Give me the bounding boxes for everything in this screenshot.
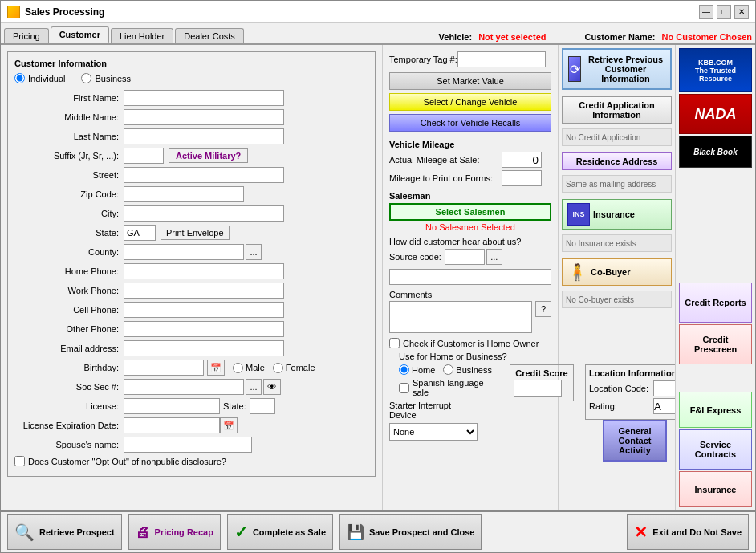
pricing-recap-button[interactable]: 🖨 Pricing Recap <box>128 514 221 550</box>
blackbook-button[interactable]: Black Book <box>679 136 752 168</box>
street-input[interactable] <box>124 167 284 183</box>
opt-out-row: Does Customer "Opt Out" of nonpublic dis… <box>14 456 368 466</box>
select-change-vehicle-button[interactable]: Select / Change Vehicle <box>389 93 551 111</box>
credit-score-input[interactable] <box>514 380 562 397</box>
birthday-calendar-button[interactable]: 📅 <box>207 360 225 376</box>
soc-sec-input[interactable] <box>124 379 244 395</box>
soc-sec-ellipsis-button[interactable]: ... <box>246 379 262 395</box>
service-contracts-button[interactable]: Service Contracts <box>679 429 752 470</box>
opt-out-label: Does Customer "Opt Out" of nonpublic dis… <box>28 457 226 466</box>
credit-prescreen-button[interactable]: Credit Prescreen <box>679 324 752 364</box>
soc-sec-eye-button[interactable]: 👁 <box>263 379 281 395</box>
minimize-button[interactable]: — <box>699 5 713 19</box>
license-label: License: <box>14 401 119 411</box>
female-option[interactable]: Female <box>273 363 315 373</box>
actual-mileage-label: Actual Mileage at Sale: <box>389 155 502 165</box>
spanish-checkbox[interactable] <box>399 383 409 393</box>
comments-textarea[interactable] <box>389 301 532 333</box>
actual-mileage-input[interactable]: 0 <box>502 152 542 168</box>
home-radio[interactable]: Home <box>399 364 435 375</box>
kbb-button[interactable]: KBB.COMThe TrustedResource <box>679 48 752 92</box>
tab-pricing[interactable]: Pricing <box>4 28 49 43</box>
complete-as-sale-button[interactable]: ✓ Complete as Sale <box>227 514 333 550</box>
suffix-input[interactable] <box>124 148 164 164</box>
license-input[interactable] <box>124 398 220 414</box>
temp-tag-input[interactable] <box>457 51 546 67</box>
first-name-input[interactable] <box>124 90 284 106</box>
credit-application-button[interactable]: Credit Application Information <box>562 96 672 124</box>
spanish-row: Spanish-language sale <box>399 378 492 397</box>
source-code-ellipsis-button[interactable]: ... <box>486 249 502 265</box>
other-phone-label: Other Phone: <box>14 324 119 334</box>
retrieve-icon: ⟳ <box>568 56 581 82</box>
tab-dealer-costs[interactable]: Dealer Costs <box>175 28 244 43</box>
birthday-label: Birthday: <box>14 363 119 372</box>
cell-phone-row: Cell Phone: <box>14 302 368 318</box>
state-input[interactable] <box>124 225 156 241</box>
email-row: Email address: <box>14 340 368 356</box>
source-text-input[interactable] <box>389 269 551 285</box>
cell-phone-input[interactable] <box>124 302 284 318</box>
cobuyer-text: Co-Buyer <box>591 267 631 277</box>
home-owner-label: Check if Customer is Home Owner <box>403 339 539 348</box>
right-info-panel: ⟳ Retrieve Previous Customer Information… <box>559 45 675 510</box>
license-state-input[interactable] <box>250 398 275 414</box>
city-label: City: <box>14 209 119 218</box>
other-phone-input[interactable] <box>124 321 284 337</box>
birthday-input[interactable] <box>124 360 204 376</box>
home-phone-input[interactable] <box>124 263 284 279</box>
title-bar-left: Sales Processing <box>7 6 104 18</box>
vehicle-mileage-title: Vehicle Mileage <box>389 140 551 149</box>
check-vehicle-recalls-button[interactable]: Check for Vehicle Recalls <box>389 114 551 132</box>
business-radio[interactable]: Business <box>81 73 131 83</box>
fni-express-button[interactable]: F&I Express <box>679 392 752 428</box>
residence-address-button[interactable]: Residence Address <box>562 152 672 170</box>
spouse-input[interactable] <box>124 437 252 453</box>
comments-help-button[interactable]: ? <box>535 301 551 317</box>
credit-reports-button[interactable]: Credit Reports <box>679 283 752 323</box>
opt-out-checkbox[interactable] <box>14 456 25 466</box>
street-row: Street: <box>14 167 368 183</box>
cobuyer-icon: 🧍 <box>567 262 587 282</box>
last-name-input[interactable] <box>124 128 284 144</box>
individual-radio[interactable]: Individual <box>14 73 65 83</box>
city-row: City: <box>14 205 368 222</box>
maximize-button[interactable]: □ <box>717 5 731 19</box>
close-button[interactable]: ✕ <box>734 5 749 19</box>
license-exp-input[interactable] <box>124 417 220 433</box>
print-envelope-button[interactable]: Print Envelope <box>161 226 230 240</box>
work-phone-input[interactable] <box>124 283 284 299</box>
county-ellipsis-button[interactable]: ... <box>246 244 262 260</box>
middle-name-label: Middle Name: <box>14 112 119 122</box>
insurance-button[interactable]: INS Insurance <box>562 199 672 230</box>
home-owner-checkbox[interactable] <box>389 338 400 348</box>
save-prospect-button[interactable]: 💾 Save Prospect and Close <box>339 514 482 550</box>
email-input[interactable] <box>124 340 284 356</box>
sid-select[interactable]: None <box>389 423 478 441</box>
tab-lien-holder[interactable]: Lien Holder <box>111 28 173 43</box>
tab-customer[interactable]: Customer <box>51 26 109 43</box>
source-code-input[interactable] <box>445 249 485 265</box>
active-military-button[interactable]: Active Military? <box>169 148 248 163</box>
insurance2-button[interactable]: Insurance <box>679 471 752 507</box>
set-market-value-button[interactable]: Set Market Value <box>389 72 551 90</box>
cobuyer-button[interactable]: 🧍 Co-Buyer <box>562 258 672 286</box>
state-label: State: <box>14 228 119 238</box>
retrieve-prospect-button[interactable]: 🔍 Retrieve Prospect <box>7 514 122 550</box>
customer-info-title: Customer Information <box>14 59 368 68</box>
retrieve-previous-button[interactable]: ⟳ Retrieve Previous Customer Information <box>562 48 672 90</box>
city-input[interactable] <box>124 205 284 222</box>
business2-radio[interactable]: Business <box>443 364 492 375</box>
mileage-print-input[interactable] <box>502 170 542 186</box>
middle-name-input[interactable] <box>124 109 284 125</box>
salesman-title: Salesman <box>389 191 551 201</box>
main-window: Sales Processing — □ ✕ Pricing Customer … <box>0 0 756 553</box>
license-exp-calendar-button[interactable]: 📅 <box>220 417 238 433</box>
exit-button[interactable]: ✕ Exit and Do Not Save <box>627 514 749 550</box>
nada-button[interactable]: NADA <box>679 94 752 134</box>
county-input[interactable] <box>124 244 244 260</box>
select-salesman-button[interactable]: Select Salesmen <box>389 203 551 221</box>
zip-input[interactable] <box>124 186 244 202</box>
source-code-row: Source code: ... <box>389 249 551 265</box>
male-option[interactable]: Male <box>233 363 265 373</box>
